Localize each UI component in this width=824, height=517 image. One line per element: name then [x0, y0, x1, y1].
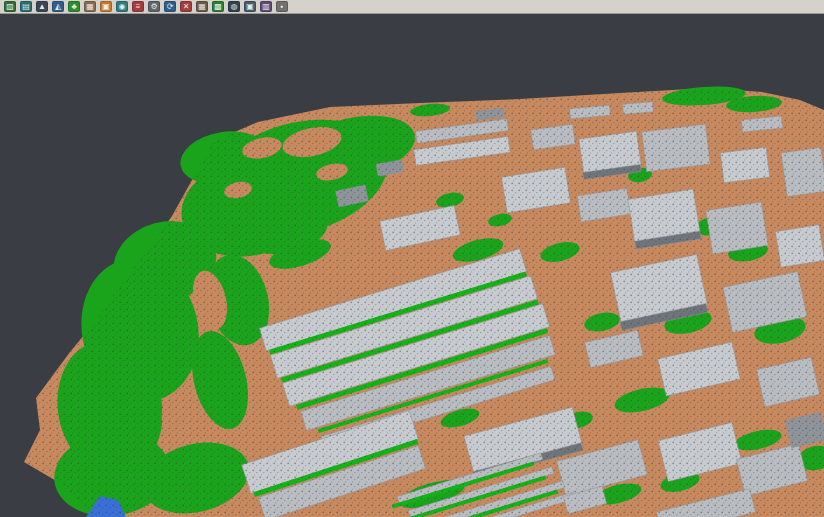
report-icon[interactable]: ▥ [260, 1, 272, 12]
main-toolbar: ▨▤▲◭♣▦▣◉≡⚙⟳✕▦▩◍▣▥▪ [0, 0, 824, 14]
globe-icon[interactable]: ◍ [228, 1, 240, 12]
help-icon[interactable]: ▪ [276, 1, 288, 12]
texture-icon[interactable]: ▦ [84, 1, 96, 12]
grid-icon[interactable]: ▦ [196, 1, 208, 12]
open-file-icon[interactable]: ▨ [4, 1, 16, 12]
application-window: ▨▤▲◭♣▦▣◉≡⚙⟳✕▦▩◍▣▥▪ [0, 0, 824, 517]
mesh-icon[interactable]: ▩ [212, 1, 224, 12]
measure-icon[interactable]: ≡ [132, 1, 144, 12]
viewport-3d[interactable] [0, 15, 824, 517]
terrain-icon[interactable]: ◭ [52, 1, 64, 12]
import-cloud-icon[interactable]: ▲ [36, 1, 48, 12]
delete-icon[interactable]: ✕ [180, 1, 192, 12]
settings-icon[interactable]: ⚙ [148, 1, 160, 12]
snapshot-icon[interactable]: ▣ [244, 1, 256, 12]
ortho-view-icon[interactable]: ▣ [100, 1, 112, 12]
point-cloud-canvas[interactable] [0, 15, 824, 517]
save-icon[interactable]: ▤ [20, 1, 32, 12]
classify-icon[interactable]: ◉ [116, 1, 128, 12]
refresh-icon[interactable]: ⟳ [164, 1, 176, 12]
vegetation-icon[interactable]: ♣ [68, 1, 80, 12]
